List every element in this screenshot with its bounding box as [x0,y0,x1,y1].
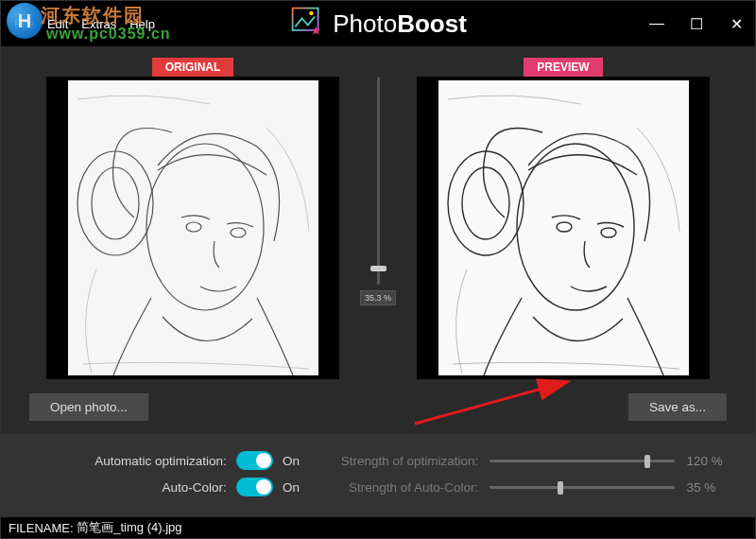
strength-optimization-slider[interactable] [490,460,675,462]
zoom-slider-thumb[interactable] [370,266,387,271]
strength-auto-color-label: Strength of Auto-Color: [315,480,479,495]
svg-rect-2 [68,80,318,375]
menu-file[interactable]: File [9,15,40,33]
controls-panel: Automatic optimization: On Strength of o… [1,434,755,517]
maximize-button[interactable]: ☐ [685,15,708,33]
strength-optimization-label: Strength of optimization: [315,454,479,468]
original-badge: ORIGINAL [152,58,234,77]
strength-optimization-value: 120 % [686,454,732,468]
status-bar: FILENAME: 简笔画_timg (4).jpg [1,517,755,538]
original-image-box[interactable] [46,77,339,379]
preview-image [438,80,689,375]
svg-rect-0 [293,9,318,30]
close-button[interactable]: ✕ [725,15,747,33]
menu-extras[interactable]: Extras [76,15,122,33]
svg-rect-8 [438,80,689,375]
open-photo-button[interactable]: Open photo... [29,393,148,421]
work-area: ORIGINAL [1,46,755,434]
button-row: Open photo... Save as... [29,393,727,421]
save-as-button[interactable]: Save as... [628,393,727,421]
strength-auto-color-slider[interactable] [490,486,675,489]
auto-optimization-toggle[interactable] [236,451,273,470]
zoom-column: 35.3 % [356,58,400,381]
strength-auto-color-thumb[interactable] [558,481,563,495]
zoom-value: 35.3 % [360,290,396,305]
filename-value: 简笔画_timg (4).jpg [77,519,181,536]
auto-optimization-row: Automatic optimization: On Strength of o… [24,447,732,474]
svg-point-1 [309,11,314,16]
window-controls: — ☐ ✕ [645,15,747,33]
preview-image-box[interactable] [417,77,710,379]
zoom-slider[interactable] [377,77,380,285]
app-title-light: Photo [333,9,397,38]
app-title: PhotoBoost [333,9,467,39]
preview-panel: PREVIEW [400,58,727,381]
menu-edit[interactable]: Edit [42,15,74,33]
titlebar: File Edit Extras Help PhotoBoost [1,1,755,46]
strength-optimization-thumb[interactable] [644,455,650,468]
preview-badge: PREVIEW [524,58,602,77]
app-logo-icon [289,5,323,43]
auto-color-label: Auto-Color: [24,480,227,495]
auto-color-toggle[interactable] [236,478,273,496]
auto-optimization-label: Automatic optimization: [24,454,227,468]
original-panel: ORIGINAL [29,58,356,381]
menu-bar: File Edit Extras Help [9,15,161,33]
minimize-button[interactable]: — [645,15,668,33]
app-title-bold: Boost [397,9,467,38]
original-image [68,80,318,375]
auto-optimization-state: On [283,454,315,468]
strength-auto-color-value: 35 % [686,480,732,495]
auto-color-row: Auto-Color: On Strength of Auto-Color: 3… [24,474,732,500]
filename-label: FILENAME: [9,521,74,535]
menu-help[interactable]: Help [124,15,161,33]
app-window: H 河东软件园 www.pc0359.cn File Edit Extras H… [0,0,756,539]
auto-color-state: On [283,480,315,495]
